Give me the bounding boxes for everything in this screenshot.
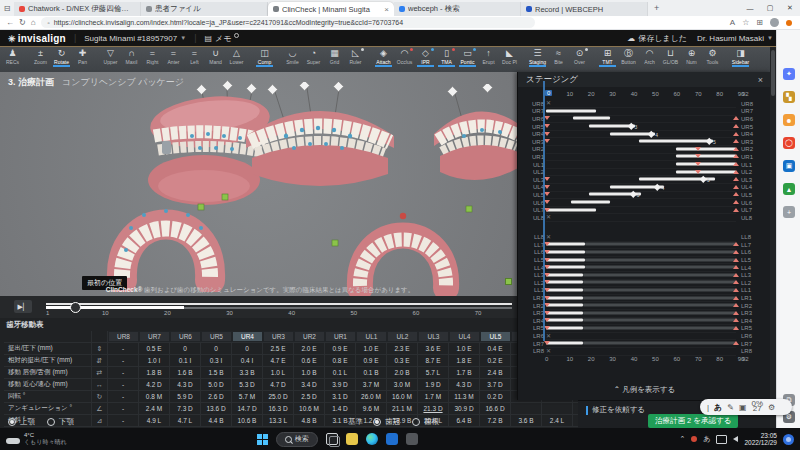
tool-ruler[interactable]: ◺Ruler — [345, 48, 366, 65]
movement-bar[interactable] — [546, 266, 585, 269]
shopping-icon[interactable]: ▚ — [783, 91, 795, 103]
teeth-view-lower-occlusal[interactable] — [330, 196, 476, 296]
tool-tools[interactable]: ⚙Tools — [702, 48, 723, 65]
movement-bar[interactable] — [546, 273, 583, 276]
tool-over[interactable]: ⊙Over — [569, 48, 590, 65]
tool-pontic[interactable]: ▭Pontic — [457, 48, 478, 65]
weather-widget[interactable]: 4°C くもり時々晴れ — [0, 432, 126, 446]
browser-tab[interactable]: ClinCheck | Minami Sugita× — [268, 2, 394, 16]
tmt-col-UR1[interactable]: UR1 — [325, 331, 356, 342]
movement-bar[interactable] — [676, 155, 736, 158]
tmt-col-UR8[interactable]: UR8 — [108, 331, 139, 342]
step-forward-button[interactable]: ▶▏ — [14, 300, 32, 313]
ime-kana-indicator[interactable]: あ — [703, 434, 710, 444]
task-view-button[interactable] — [326, 433, 338, 445]
current-stage-line[interactable] — [543, 81, 545, 341]
patient-selector[interactable]: Sugita Minami #18957907▼ — [84, 34, 186, 43]
tmt-col-UR6[interactable]: UR6 — [170, 331, 201, 342]
taskbar-search[interactable]: 検索 — [276, 432, 318, 447]
movement-bar[interactable] — [546, 311, 583, 314]
reload-icon[interactable]: ↻ — [19, 18, 26, 27]
movement-bar[interactable] — [546, 304, 583, 307]
browser-menu-badge[interactable] — [786, 20, 792, 26]
office-icon[interactable]: ◯ — [783, 137, 795, 149]
movement-bar[interactable] — [546, 281, 583, 284]
tmt-col-UL3[interactable]: UL3 — [418, 331, 449, 342]
tool-bite[interactable]: ≈Bite — [548, 48, 569, 65]
tool-maxil[interactable]: ∩Maxil — [121, 48, 142, 65]
movement-bar[interactable] — [546, 250, 585, 253]
movement-bar[interactable] — [573, 117, 610, 120]
3d-viewport[interactable]: 3. 治療計画 コンプリヘンシブ パッケージ — [0, 72, 517, 296]
favorite-star-icon[interactable]: ☆ — [742, 18, 749, 27]
tool-sidebar[interactable]: ◨Sidebar — [730, 48, 751, 65]
tmt-col-UL2[interactable]: UL2 — [387, 331, 418, 342]
tool-tma[interactable]: ▯TMA — [436, 48, 457, 65]
people-icon[interactable]: ☻ — [783, 114, 795, 126]
movement-bar[interactable] — [546, 288, 583, 291]
tool-recs[interactable]: ♟RECs — [2, 48, 23, 65]
notification-badge[interactable] — [783, 434, 794, 445]
tool-comp[interactable]: ◫Comp — [254, 48, 275, 65]
crown-radio[interactable] — [373, 418, 381, 426]
tool-upper[interactable]: ▽Upper — [100, 48, 121, 65]
tab-close-icon[interactable]: × — [384, 5, 389, 14]
tmt-col-UR2[interactable]: UR2 — [294, 331, 325, 342]
tool-grid[interactable]: ▦Grid — [324, 48, 345, 65]
tool-right[interactable]: =Right — [142, 48, 163, 65]
memo-button[interactable]: ▤メモ — [204, 33, 239, 44]
request-modification-link[interactable]: 修正を依頼する — [592, 405, 645, 415]
tool-left[interactable]: =Left — [184, 48, 205, 65]
tool-occlus[interactable]: ◠Occlus — [394, 48, 415, 65]
tmt-col-UL1[interactable]: UL1 — [356, 331, 387, 342]
tool-super[interactable]: ◔Super — [303, 48, 324, 65]
teeth-view-right[interactable] — [428, 84, 528, 192]
url-field[interactable]: ▫ https://clincheck.invisalign.com/index… — [41, 17, 535, 28]
movement-bar[interactable] — [676, 163, 736, 166]
ime-pen-icon[interactable]: ✎ — [727, 403, 734, 412]
tool-doc-pl[interactable]: ◣Doc Pl — [499, 48, 520, 65]
collections-icon[interactable]: ⊞ — [756, 18, 763, 27]
maximize-button[interactable]: ▢ — [760, 4, 780, 12]
movement-bar[interactable] — [546, 109, 596, 112]
tmt-col-UR7[interactable]: UR7 — [139, 331, 170, 342]
tool-rotate[interactable]: ↻Rotate — [51, 48, 72, 65]
outlook-icon[interactable]: ▣ — [783, 160, 795, 172]
tool-lower[interactable]: △Lower — [226, 48, 247, 65]
tool-num[interactable]: ⊕Num — [681, 48, 702, 65]
tray-app-icon[interactable] — [691, 436, 697, 442]
root-radio[interactable] — [412, 418, 420, 426]
tree-icon[interactable]: ▲ — [783, 183, 795, 195]
new-tab-button[interactable]: + — [648, 1, 665, 16]
browser-tab[interactable]: Chatwork - D/NEX 伊藤四倫先生 — [14, 2, 141, 16]
browser-tab[interactable]: 患者ファイル — [141, 2, 268, 16]
home-icon[interactable]: ⌂ — [31, 18, 36, 27]
taskbar-clock[interactable]: 23:052022/12/29 — [744, 432, 777, 447]
tool-erupt[interactable]: ↑Erupt — [478, 48, 499, 65]
staging-track[interactable]: ✕ — [546, 213, 736, 222]
close-button[interactable]: ✕ — [780, 4, 800, 12]
tool-tmt[interactable]: ⊞TMT — [597, 48, 618, 65]
tray-chevron-icon[interactable]: ⌃ — [679, 435, 685, 443]
tool-button[interactable]: ⒷButton — [618, 48, 639, 65]
tool-attach[interactable]: ◈Attach — [373, 48, 394, 65]
doctor-selector[interactable]: Dr. Hasumi Masaki▼ — [697, 34, 773, 43]
lower-arch-radio[interactable] — [47, 418, 55, 426]
close-icon[interactable]: × — [758, 75, 763, 85]
browser-tab[interactable]: webceph - 検索 — [394, 2, 521, 16]
ime-clipboard-icon[interactable]: ▣ — [739, 403, 747, 412]
movement-bar[interactable] — [571, 201, 610, 204]
pinned-app-icon[interactable] — [406, 433, 418, 445]
movement-bar[interactable] — [546, 319, 583, 322]
tool-pan[interactable]: ✚Pan — [72, 48, 93, 65]
scrollbar-thumb[interactable] — [771, 50, 775, 96]
add-icon[interactable]: + — [783, 206, 795, 218]
movement-bar[interactable] — [546, 326, 583, 329]
upper-arch-radio[interactable] — [8, 418, 16, 426]
network-icon[interactable] — [716, 435, 727, 444]
teeth-view-front[interactable] — [236, 82, 404, 194]
tool-arch[interactable]: ◠Arch — [639, 48, 660, 65]
store-icon[interactable] — [386, 433, 398, 445]
ime-mode-button[interactable]: あ — [714, 402, 722, 413]
volume-icon[interactable] — [733, 436, 738, 442]
